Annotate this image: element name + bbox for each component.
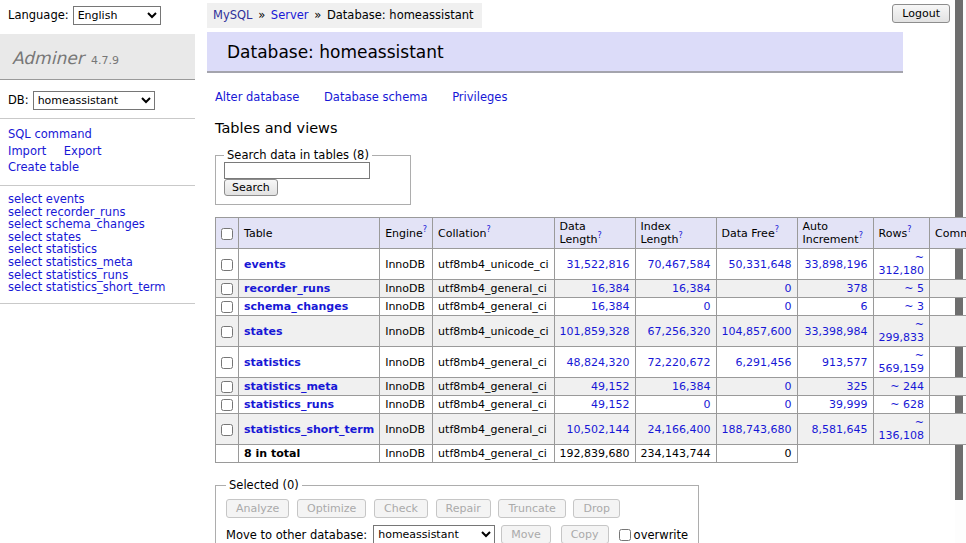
row-checkbox[interactable] [221, 326, 233, 338]
overwrite-checkbox[interactable] [619, 529, 631, 541]
data-free-link[interactable]: 104,857,600 [722, 325, 792, 338]
table-row: events InnoDB utf8mb4_unicode_ci 31,522,… [216, 249, 966, 280]
rows-count-link[interactable]: ~ 569,159 [879, 349, 924, 375]
table-name-cell: statistics_runs [239, 396, 380, 414]
table-name-link[interactable]: statistics_short_term [244, 423, 374, 436]
rows-count-link[interactable]: ~ 5 [879, 282, 924, 295]
select-all-checkbox[interactable] [221, 228, 233, 240]
help-link[interactable]: ? [859, 231, 863, 240]
table-name-link[interactable]: statistics [244, 356, 301, 369]
table-name-link[interactable]: statistics_meta [244, 380, 338, 393]
index-length-link[interactable]: 0 [641, 300, 711, 313]
help-link[interactable]: ? [486, 225, 490, 234]
auto-increment-link[interactable]: 913,577 [803, 356, 868, 369]
help-link[interactable]: ? [598, 231, 602, 240]
row-checkbox[interactable] [221, 259, 233, 271]
help-link[interactable]: ? [907, 225, 911, 234]
row-checkbox[interactable] [221, 283, 233, 295]
data-length-link[interactable]: 10,502,144 [560, 423, 630, 436]
rows-count-link[interactable]: ~ 136,108 [879, 416, 924, 442]
data-free-link[interactable]: 6,291,456 [722, 356, 792, 369]
data-free-link[interactable]: 0 [722, 300, 792, 313]
database-action-link[interactable]: Alter database [215, 90, 299, 104]
row-checkbox[interactable] [221, 301, 233, 313]
rows-count-link[interactable]: ~ 312,180 [879, 251, 924, 277]
index-length-link[interactable]: 72,220,672 [641, 356, 711, 369]
index-length-link[interactable]: 0 [641, 398, 711, 411]
move-copy-button: Copy [561, 525, 609, 543]
table-name-link[interactable]: events [244, 258, 286, 271]
app-header: Adminer 4.7.9 [0, 34, 195, 80]
data-length-link[interactable]: 101,859,328 [560, 325, 630, 338]
sidebar-action-link[interactable]: Import [8, 144, 46, 158]
breadcrumb-mysql-link[interactable]: MySQL [213, 8, 253, 22]
auto-increment-link[interactable]: 33,898,196 [803, 258, 868, 271]
auto-increment-link[interactable]: 378 [803, 282, 868, 295]
data-free-link[interactable]: 0 [722, 380, 792, 393]
row-checkbox[interactable] [221, 357, 233, 369]
data-free-link[interactable]: 0 [722, 398, 792, 411]
data-free-link[interactable]: 188,743,680 [722, 423, 792, 436]
sidebar-table-link[interactable]: statistics_short_term [46, 280, 166, 294]
data-length-link[interactable]: 31,522,816 [560, 258, 630, 271]
index-length-link[interactable]: 70,467,584 [641, 258, 711, 271]
selected-action-button: Drop [573, 499, 619, 518]
sidebar-action-link[interactable]: Create table [8, 160, 79, 174]
rows-count-link[interactable]: ~ 3 [879, 300, 924, 313]
breadcrumb-server-link[interactable]: Server [271, 8, 309, 22]
rows-count-link[interactable]: ~ 299,833 [879, 318, 924, 344]
overwrite-label-text: overwrite [634, 528, 689, 542]
data-length-link[interactable]: 49,152 [560, 398, 630, 411]
auto-increment-link[interactable]: 6 [803, 300, 868, 313]
data-free-link[interactable]: 0 [722, 282, 792, 295]
sidebar-action-link[interactable]: SQL command [8, 127, 92, 141]
auto-increment-link[interactable]: 8,581,645 [803, 423, 868, 436]
engine-cell: InnoDB [380, 316, 433, 347]
sidebar-select-link[interactable]: select [8, 280, 42, 294]
column-header: Engine? [380, 218, 433, 249]
data-free-link[interactable]: 50,331,648 [722, 258, 792, 271]
table-name-link[interactable]: recorder_runs [244, 282, 330, 295]
data-length-link[interactable]: 16,384 [560, 282, 630, 295]
auto-increment-cell: 913,577 [797, 347, 873, 378]
selected-action-button: Optimize [297, 499, 366, 518]
table-name-link[interactable]: schema_changes [244, 300, 348, 313]
app-version[interactable]: 4.7.9 [91, 54, 119, 67]
rows-count-cell: ~ 628 [873, 396, 929, 414]
help-link[interactable]: ? [423, 225, 427, 234]
sidebar-action-link[interactable]: Export [64, 144, 102, 158]
index-length-cell: 72,220,672 [635, 347, 716, 378]
index-length-link[interactable]: 67,256,320 [641, 325, 711, 338]
rows-count-link[interactable]: ~ 244 [879, 380, 924, 393]
data-length-link[interactable]: 16,384 [560, 300, 630, 313]
rows-count-link[interactable]: ~ 628 [879, 398, 924, 411]
index-length-link[interactable]: 16,384 [641, 380, 711, 393]
row-checkbox[interactable] [221, 424, 233, 436]
rows-count-cell: ~ 5 [873, 280, 929, 298]
move-row: Move to other database: homeassistant Mo… [226, 525, 688, 543]
database-action-link[interactable]: Privileges [452, 90, 507, 104]
help-link[interactable]: ? [679, 231, 683, 240]
table-name-link[interactable]: states [244, 325, 283, 338]
auto-increment-link[interactable]: 39,999 [803, 398, 868, 411]
auto-increment-link[interactable]: 325 [803, 380, 868, 393]
table-name-cell: events [239, 249, 380, 280]
auto-increment-link[interactable]: 33,398,984 [803, 325, 868, 338]
auto-increment-cell: 33,398,984 [797, 316, 873, 347]
data-length-link[interactable]: 49,152 [560, 380, 630, 393]
help-link[interactable]: ? [775, 225, 779, 234]
language-select[interactable]: English [73, 6, 161, 25]
search-input[interactable] [224, 162, 370, 179]
data-length-link[interactable]: 48,824,320 [560, 356, 630, 369]
search-button[interactable]: Search [224, 179, 278, 196]
data-free-cell: 0 [716, 298, 797, 316]
data-free-cell: 50,331,648 [716, 249, 797, 280]
row-checkbox[interactable] [221, 381, 233, 393]
move-database-select[interactable]: homeassistant [373, 525, 495, 543]
table-name-link[interactable]: statistics_runs [244, 398, 334, 411]
index-length-link[interactable]: 16,384 [641, 282, 711, 295]
index-length-link[interactable]: 24,166,400 [641, 423, 711, 436]
db-select[interactable]: homeassistant [33, 91, 155, 110]
row-checkbox[interactable] [221, 399, 233, 411]
database-action-link[interactable]: Database schema [324, 90, 427, 104]
